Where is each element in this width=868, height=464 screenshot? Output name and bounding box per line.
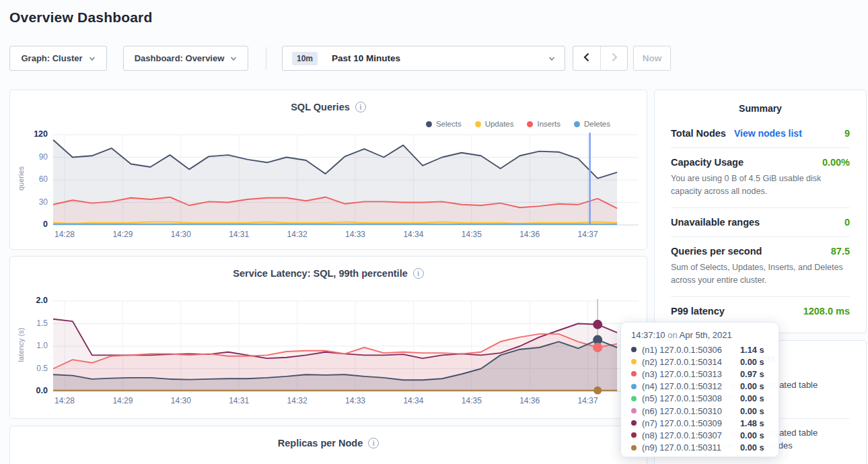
summary-panel: Summary Total NodesView nodes list9Capac… <box>654 90 867 333</box>
node-color-dot <box>631 384 637 389</box>
summary-row: Queries per second87.5Sum of Selects, Up… <box>671 237 850 297</box>
node-latency-value: 0.00 s <box>740 442 764 453</box>
summary-row-description: Sum of Selects, Updates, Inserts, and De… <box>671 261 850 288</box>
node-latency-value: 1.48 s <box>740 418 764 428</box>
summary-row-label: Capacity Usage <box>671 157 744 168</box>
node-color-dot <box>631 359 637 364</box>
summary-row-label: Total Nodes <box>671 128 726 139</box>
summary-row-value: 0.00% <box>822 157 850 168</box>
summary-row: Capacity Usage0.00%You are using 0 B of … <box>671 148 850 208</box>
replicas-per-node-chart-card: Replicas per Node i <box>9 426 647 464</box>
graph-dropdown[interactable]: Graph: Cluster <box>9 46 107 71</box>
x-axis-tick-label: 14:34 <box>398 396 429 405</box>
x-axis-tick-label: 14:35 <box>456 230 487 239</box>
tooltip-node-row: (n5) 127.0.0.1:503080.00 s <box>631 393 768 405</box>
time-range-selector[interactable]: 10m Past 10 Minutes <box>282 46 565 71</box>
y-axis-unit-label: latency (s) <box>17 311 25 378</box>
node-color-dot <box>631 371 637 376</box>
chart-hover-tooltip: 14:37:10 on Apr 5th, 2021 (n1) 127.0.0.1… <box>620 322 779 457</box>
summary-row-label: Unavailable ranges <box>671 217 760 228</box>
x-axis-tick-label: 14:32 <box>282 396 313 405</box>
tooltip-node-row: (n1) 127.0.0.1:503061.14 s <box>631 343 768 356</box>
x-axis-tick-label: 14:33 <box>340 396 371 405</box>
summary-row-label: Queries per second <box>671 246 762 257</box>
x-axis-tick-label: 14:35 <box>456 396 487 405</box>
node-address-label: (n1) 127.0.0.1:50306 <box>642 345 740 355</box>
now-button[interactable]: Now <box>633 46 671 71</box>
node-latency-value: 0.97 s <box>740 369 764 379</box>
node-address-label: (n2) 127.0.0.1:50314 <box>642 357 740 367</box>
summary-row-label: P99 latency <box>671 306 725 317</box>
x-axis-tick-label: 14:31 <box>223 230 254 239</box>
node-color-dot <box>631 420 637 426</box>
chevron-left-icon <box>583 53 591 65</box>
node-latency-value: 0.00 s <box>740 393 764 403</box>
graph-dropdown-label: Graph: Cluster <box>21 53 82 63</box>
service-latency-chart-card: Service Latency: SQL, 99th percentile i … <box>9 256 647 419</box>
node-address-label: (n9) 127.0.0.1:50311 <box>642 442 740 453</box>
node-latency-value: 0.00 s <box>740 357 764 367</box>
summary-row-value: 87.5 <box>831 246 850 257</box>
x-axis-tick-label: 14:36 <box>514 230 545 239</box>
node-color-dot <box>631 408 637 413</box>
tooltip-node-row: (n9) 127.0.0.1:503110.00 s <box>631 442 768 454</box>
y-axis-unit-label: queries <box>17 145 25 212</box>
sql-queries-chart-card: SQL Queries i SelectsUpdatesInsertsDelet… <box>9 90 647 250</box>
tooltip-node-row: (n6) 127.0.0.1:503100.00 s <box>631 405 768 417</box>
tooltip-node-row: (n4) 127.0.0.1:503120.00 s <box>631 380 768 393</box>
y-axis-tick-label: 120 <box>17 129 48 139</box>
node-color-dot <box>631 396 637 401</box>
tooltip-node-row: (n3) 127.0.0.1:503130.97 s <box>631 368 768 380</box>
dashboard-dropdown[interactable]: Dashboard: Overview <box>123 46 248 71</box>
node-color-dot <box>631 347 637 352</box>
tooltip-node-row: (n2) 127.0.0.1:503140.00 s <box>631 356 768 368</box>
time-step-buttons <box>573 46 628 71</box>
x-axis-tick-label: 14:30 <box>166 230 196 239</box>
node-address-label: (n6) 127.0.0.1:50310 <box>642 406 740 416</box>
next-time-button[interactable] <box>600 46 627 70</box>
x-axis-tick-label: 14:28 <box>49 396 80 405</box>
node-address-label: (n3) 127.0.0.1:50313 <box>642 369 740 379</box>
x-axis-tick-label: 14:33 <box>340 230 371 239</box>
summary-row: Unavailable ranges0 <box>671 208 850 237</box>
chevron-down-icon <box>548 55 555 62</box>
overview-dashboard-page: Overview Dashboard Graph: Cluster Dashbo… <box>0 0 868 464</box>
x-axis-tick-label: 14:37 <box>573 230 604 239</box>
summary-row-value: 9 <box>844 128 850 139</box>
node-address-label: (n7) 127.0.0.1:50309 <box>642 418 740 428</box>
y-axis-tick-label: 0.0 <box>17 386 48 395</box>
view-nodes-list-link[interactable]: View nodes list <box>734 128 802 139</box>
x-axis-tick-label: 14:34 <box>398 230 429 239</box>
node-address-label: (n5) 127.0.0.1:50308 <box>642 393 740 403</box>
prev-time-button[interactable] <box>573 46 600 70</box>
dashboard-dropdown-label: Dashboard: Overview <box>135 53 225 63</box>
time-range-badge: 10m <box>292 52 318 65</box>
summary-panel-title: Summary <box>655 90 866 114</box>
x-axis-tick-label: 14:29 <box>107 230 138 239</box>
y-axis-tick-label: 0 <box>17 220 48 229</box>
node-address-label: (n8) 127.0.0.1:50307 <box>642 430 740 440</box>
summary-row-value: 0 <box>844 217 850 228</box>
tooltip-node-row: (n7) 127.0.0.1:503091.48 s <box>631 417 768 429</box>
node-address-label: (n4) 127.0.0.1:50312 <box>642 381 740 391</box>
x-axis-tick-label: 14:30 <box>166 396 196 405</box>
node-latency-value: 1.14 s <box>740 345 764 355</box>
page-title: Overview Dashboard <box>9 9 153 26</box>
chart-title-replicas-per-node: Replicas per Node <box>278 438 363 449</box>
chevron-down-icon <box>230 55 237 62</box>
x-axis-tick-label: 14:31 <box>223 396 254 405</box>
node-latency-value: 0.00 s <box>740 381 764 391</box>
x-axis-tick-label: 14:28 <box>49 230 80 239</box>
summary-row-value: 1208.0 ms <box>803 306 850 317</box>
y-axis-tick-label: 2.0 <box>17 296 48 305</box>
chevron-right-icon <box>610 53 618 65</box>
tooltip-node-row: (n8) 127.0.0.1:503070.00 s <box>631 429 768 441</box>
summary-row: P99 latency1208.0 ms <box>671 297 850 325</box>
info-icon[interactable]: i <box>368 438 379 449</box>
node-latency-value: 0.00 s <box>740 406 764 416</box>
x-axis-tick-label: 14:36 <box>514 396 545 405</box>
tooltip-timestamp: 14:37:10 on Apr 5th, 2021 <box>631 330 768 340</box>
x-axis-tick-label: 14:37 <box>573 396 604 405</box>
node-latency-value: 0.00 s <box>740 430 764 440</box>
node-color-dot <box>631 445 637 451</box>
